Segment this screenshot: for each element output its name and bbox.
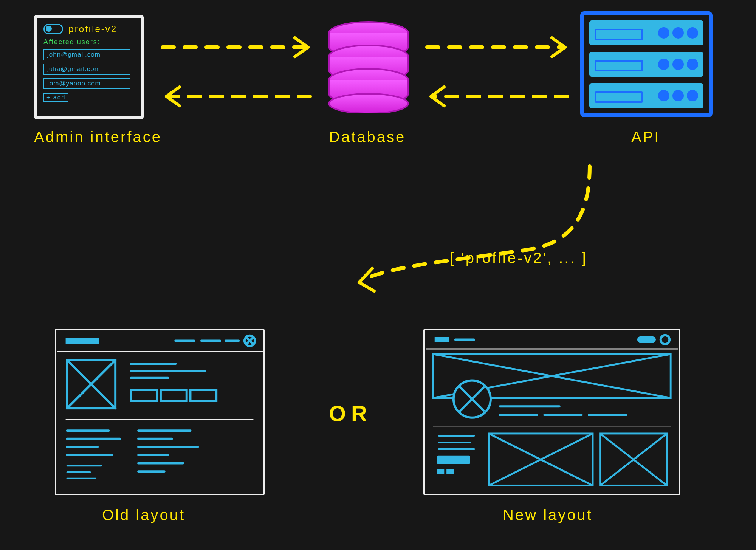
feature-flag-name: profile-v2 xyxy=(68,24,117,34)
svg-rect-37 xyxy=(637,336,656,343)
old-layout-label: Old layout xyxy=(102,507,185,524)
svg-rect-4 xyxy=(66,338,99,344)
database-icon xyxy=(325,19,412,113)
server-rack-row xyxy=(589,20,703,45)
server-rack-row xyxy=(589,52,703,77)
user-field[interactable]: john@gmail.com xyxy=(43,49,130,60)
user-field[interactable]: julia@gmail.com xyxy=(43,64,130,75)
svg-rect-18 xyxy=(131,390,157,401)
old-layout-wireframe xyxy=(55,329,265,495)
database-label: Database xyxy=(329,129,406,146)
svg-rect-56 xyxy=(446,469,454,474)
svg-rect-35 xyxy=(435,337,449,342)
server-rack-row xyxy=(589,83,703,108)
admin-interface-panel: profile-v2 Affected users: john@gmail.co… xyxy=(34,15,144,119)
svg-rect-54 xyxy=(437,456,470,464)
affected-users-label: Affected users: xyxy=(43,38,134,46)
svg-point-38 xyxy=(661,335,670,344)
svg-rect-19 xyxy=(161,390,187,401)
api-response-annotation: [ 'profile-v2', ... ] xyxy=(450,249,587,266)
or-divider: OR xyxy=(329,401,372,426)
svg-point-3 xyxy=(329,94,408,113)
svg-rect-55 xyxy=(437,469,445,474)
svg-rect-20 xyxy=(191,390,217,401)
new-layout-label: New layout xyxy=(503,507,593,524)
admin-interface-label: Admin interface xyxy=(34,129,162,146)
feature-toggle[interactable] xyxy=(43,24,63,34)
add-user-button[interactable]: + add xyxy=(43,93,68,102)
api-server-icon xyxy=(580,11,713,117)
new-layout-wireframe xyxy=(423,329,680,495)
user-field[interactable]: tom@yanoo.com xyxy=(43,78,130,89)
api-label: API xyxy=(631,129,660,146)
